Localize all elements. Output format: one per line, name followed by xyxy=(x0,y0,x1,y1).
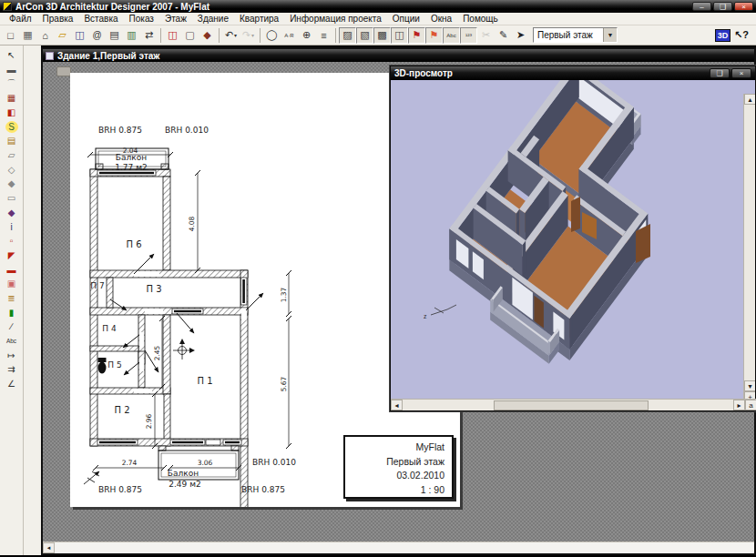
zoom-ar-icon: A·R xyxy=(284,33,293,38)
model3d-canvas[interactable]: z xyxy=(391,80,743,400)
corner-tool[interactable]: ◤ xyxy=(3,248,21,263)
info-tool[interactable]: i xyxy=(3,219,21,234)
scrollbar-thumb[interactable] xyxy=(494,400,649,410)
view3d-vertical-scrollbar[interactable]: ▴ ▾ + − xyxy=(743,94,755,400)
menu-item[interactable]: Вставка xyxy=(78,14,123,24)
new-button[interactable]: □ xyxy=(2,27,19,44)
shutter-tool[interactable]: ▤ xyxy=(3,134,21,148)
text-tool[interactable]: Abc xyxy=(3,334,21,349)
floor-select[interactable]: Первый этаж ▼ xyxy=(533,27,618,43)
app-close-button[interactable]: × xyxy=(734,2,753,11)
purple-roof-tool[interactable]: ◆ xyxy=(3,205,21,219)
scroll-down-icon[interactable]: ▾ xyxy=(744,380,755,391)
view3d-fit-button[interactable]: a xyxy=(745,400,756,410)
view-layout-button[interactable]: ◫ xyxy=(391,27,408,44)
menu-item[interactable]: Файл xyxy=(4,14,37,24)
view-dim-button[interactable]: ¹²³ xyxy=(460,27,477,44)
app-minimize-button[interactable]: – xyxy=(692,2,711,11)
scroll-left-icon[interactable]: ◂ xyxy=(391,400,403,410)
door-tool[interactable]: ◧ xyxy=(3,106,21,120)
app-maximize-button[interactable]: ❑ xyxy=(713,2,732,11)
view-text-button[interactable]: Abc xyxy=(443,27,460,44)
chevron-down-icon[interactable]: ▾ xyxy=(234,32,237,38)
menu-item[interactable]: Показ xyxy=(124,14,159,24)
plan-window-icon: ◫ xyxy=(168,29,177,41)
menu-item[interactable]: Этаж xyxy=(159,14,192,24)
save-button[interactable]: ◫ xyxy=(71,27,88,44)
menu-item[interactable]: Помощь xyxy=(457,14,504,24)
redo-button[interactable]: ↷▾ xyxy=(240,27,257,44)
banner-tool[interactable]: ▬ xyxy=(3,262,21,277)
beam-tool[interactable]: ▭ xyxy=(3,191,21,206)
s-object-tool[interactable]: S xyxy=(5,121,18,133)
view-wall-icon: ▨ xyxy=(342,29,352,41)
measure-pen-button[interactable]: ✎ xyxy=(495,27,512,44)
wall-tool[interactable]: ▬ xyxy=(3,63,21,77)
zoom-ar-button[interactable]: A·R xyxy=(281,27,298,44)
select-tool[interactable]: ↖ xyxy=(3,48,21,63)
image-export-button[interactable]: ▥ xyxy=(123,27,140,44)
roof-3d-tool[interactable]: ◆ xyxy=(3,177,21,191)
view-wall-button[interactable]: ▨ xyxy=(339,27,356,44)
scroll-right-icon[interactable]: ▸ xyxy=(733,400,745,410)
label-balcony-bottom-area: 2.49 м2 xyxy=(169,480,200,489)
plan-window-button[interactable]: ◫ xyxy=(164,27,181,44)
line-tool[interactable]: ∕ xyxy=(3,319,21,334)
scroll-left-icon[interactable]: ◂ xyxy=(43,542,55,553)
view-fill-button[interactable]: ▩ xyxy=(373,27,391,44)
menu-bar: ФайлПравкаВставкаПоказЭтажЗданиеКвартира… xyxy=(0,13,756,25)
roof-tool[interactable]: ◇ xyxy=(3,162,21,177)
label-balcony-bottom: Балкон xyxy=(168,469,199,478)
email-button[interactable]: @ xyxy=(88,27,106,44)
print-button[interactable]: ▤ xyxy=(106,27,123,44)
scroll-up-icon[interactable]: ▴ xyxy=(744,94,755,105)
view3d-maximize-button[interactable]: ❑ xyxy=(710,68,730,78)
menu-item[interactable]: Опции xyxy=(387,14,425,24)
menu-item[interactable]: Окна xyxy=(425,14,457,24)
outline-button[interactable]: ▢ xyxy=(181,27,199,44)
cut-button[interactable]: ✂ xyxy=(477,27,495,44)
line-weight-button[interactable]: ≡ xyxy=(315,27,332,44)
pointer-mode-button[interactable]: ➤ xyxy=(512,27,529,44)
window-tool[interactable]: ▦ xyxy=(3,91,21,106)
view-flag2-button[interactable]: ⚑ xyxy=(425,27,443,44)
project-options-button[interactable]: ▦ xyxy=(19,27,36,44)
view3d-viewport[interactable]: z ▴ ▾ + − xyxy=(391,80,755,400)
view-3d-button[interactable]: 3D xyxy=(715,29,730,42)
roof-window-button[interactable]: ◆ xyxy=(199,27,216,44)
origin-icon: ⊕ xyxy=(302,29,311,41)
frame-tool[interactable]: ▣ xyxy=(3,277,21,291)
menu-item[interactable]: Квартира xyxy=(234,14,284,24)
dim-137: 1.37 xyxy=(280,287,288,302)
column-tool[interactable]: ▮ xyxy=(3,305,21,319)
window-transfer-button[interactable]: ⇄ xyxy=(140,27,158,44)
menu-item[interactable]: Здание xyxy=(192,14,234,24)
open-button[interactable]: ▱ xyxy=(54,27,71,44)
view3d-close-button[interactable]: × xyxy=(731,68,751,78)
chevron-down-icon[interactable]: ▾ xyxy=(251,32,254,38)
angle-measure-tool[interactable]: ∠ xyxy=(3,377,21,391)
zoom-button[interactable]: ◯ xyxy=(263,27,281,44)
building-mode-button[interactable]: ⌂ xyxy=(36,27,54,44)
vertex-arrows-tool[interactable]: ⇉ xyxy=(3,362,21,377)
curved-wall-tool[interactable]: ⌒ xyxy=(3,76,21,91)
origin-button[interactable]: ⊕ xyxy=(298,27,315,44)
view-hatch-button[interactable]: ▧ xyxy=(356,27,373,44)
app-titlebar[interactable]: ArCon 3D Architektur Designer 2007 - MyF… xyxy=(0,0,756,13)
plan-window-titlebar[interactable]: Здание 1,Первый этаж xyxy=(43,49,754,62)
room-polygon-tool[interactable]: ▱ xyxy=(3,148,21,163)
menu-item[interactable]: Правка xyxy=(37,14,79,24)
box-tool[interactable]: ▫ xyxy=(3,234,21,248)
view3d-horizontal-scrollbar[interactable]: ◂ ▸ a xyxy=(391,399,756,410)
view-flag-button[interactable]: ⚑ xyxy=(408,27,425,44)
toilet-fixture xyxy=(98,358,107,374)
stairs-tool[interactable]: ≣ xyxy=(3,291,21,306)
undo-button[interactable]: ↶▾ xyxy=(222,27,240,44)
dimension-tool[interactable]: ↦ xyxy=(3,348,21,362)
context-help-button[interactable]: ↖? xyxy=(734,29,749,41)
menu-item[interactable]: Информация проекта xyxy=(284,14,387,24)
chevron-down-icon[interactable]: ▼ xyxy=(603,28,617,42)
view3d-titlebar[interactable]: 3D-просмотр ❑ × xyxy=(391,66,755,80)
toolbar-separator xyxy=(219,28,220,43)
plan-horizontal-scrollbar[interactable]: ◂ xyxy=(43,542,754,553)
